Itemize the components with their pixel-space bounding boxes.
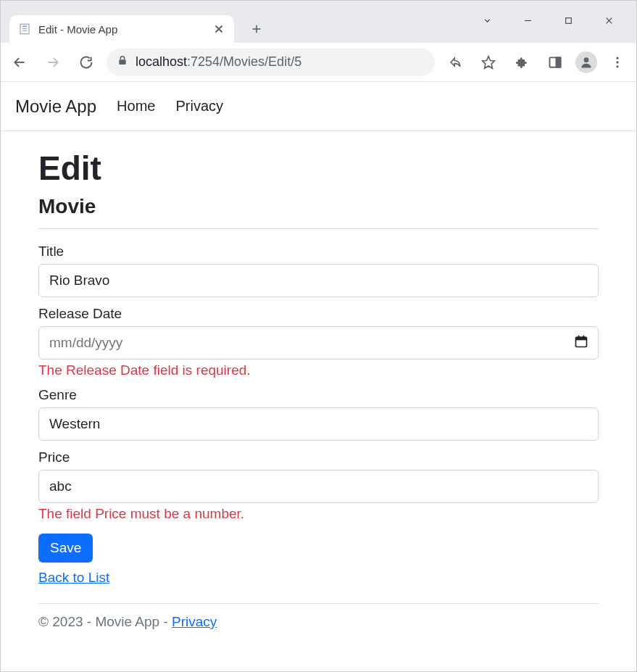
nav-back-button[interactable] — [7, 49, 33, 75]
page-subtitle: Movie — [38, 195, 599, 218]
title-label: Title — [38, 244, 599, 260]
browser-toolbar: localhost:7254/Movies/Edit/5 — [1, 43, 636, 82]
svg-rect-4 — [20, 24, 29, 34]
nav-link-privacy[interactable]: Privacy — [175, 98, 223, 115]
page-viewport: Movie App Home Privacy Edit Movie Title … — [1, 82, 636, 630]
svg-rect-14 — [119, 59, 125, 65]
divider — [38, 228, 599, 229]
calendar-icon[interactable] — [574, 334, 588, 352]
release-date-error: The Release Date field is required. — [38, 362, 599, 378]
genre-input[interactable] — [38, 407, 599, 441]
form-group-title: Title — [38, 244, 599, 297]
nav-reload-button[interactable] — [73, 49, 99, 75]
url-text: localhost:7254/Movies/Edit/5 — [136, 54, 301, 70]
browser-tab-active[interactable]: Edit - Movie App — [9, 15, 234, 43]
svg-marker-15 — [483, 56, 495, 68]
genre-label: Genre — [38, 387, 599, 403]
url-port: :7254 — [187, 54, 220, 69]
url-path: /Movies/Edit/5 — [220, 54, 301, 69]
main-container: Edit Movie Title Release Date The Releas… — [1, 131, 636, 586]
svg-point-21 — [616, 61, 618, 63]
title-input[interactable] — [38, 264, 599, 297]
nav-forward-button[interactable] — [40, 49, 66, 75]
release-date-input[interactable] — [38, 326, 599, 360]
form-group-release-date: Release Date The Release Date field is r… — [38, 306, 599, 378]
brand[interactable]: Movie App — [15, 96, 96, 117]
browser-chrome: Edit - Movie App localhost:7254/Movies/E… — [1, 1, 636, 82]
price-error: The field Price must be a number. — [38, 506, 599, 522]
nav-link-home[interactable]: Home — [117, 98, 155, 115]
price-input[interactable] — [38, 470, 599, 503]
profile-avatar[interactable] — [575, 51, 597, 73]
window-minimize-icon[interactable] — [517, 16, 538, 25]
url-host: localhost — [136, 54, 187, 69]
bookmark-star-icon[interactable] — [475, 49, 501, 75]
extensions-icon[interactable] — [509, 49, 535, 75]
page-title: Edit — [38, 149, 599, 188]
chevron-down-icon[interactable] — [477, 16, 497, 25]
release-date-label: Release Date — [38, 306, 599, 322]
site-navbar: Movie App Home Privacy — [1, 82, 636, 131]
save-button[interactable]: Save — [38, 534, 93, 563]
footer-text: © 2023 - Movie App - — [38, 614, 172, 629]
lock-icon — [117, 54, 128, 70]
svg-point-20 — [616, 57, 618, 59]
share-icon[interactable] — [442, 49, 468, 75]
svg-point-22 — [616, 65, 618, 67]
svg-rect-24 — [576, 337, 587, 340]
back-to-list-link[interactable]: Back to List — [38, 570, 599, 586]
form-group-genre: Genre — [38, 387, 599, 441]
tab-title: Edit - Movie App — [38, 23, 212, 36]
svg-rect-18 — [557, 57, 561, 67]
form-group-price: Price The field Price must be a number. — [38, 449, 599, 522]
new-tab-button[interactable] — [244, 17, 269, 41]
address-bar[interactable]: localhost:7254/Movies/Edit/5 — [107, 49, 435, 76]
tab-close-icon[interactable] — [212, 22, 225, 36]
svg-point-19 — [584, 57, 589, 62]
price-label: Price — [38, 449, 599, 465]
page-favicon-icon — [18, 22, 31, 36]
window-close-icon[interactable] — [599, 16, 619, 25]
svg-rect-1 — [565, 17, 571, 23]
kebab-menu-icon[interactable] — [604, 49, 630, 75]
window-maximize-icon[interactable] — [558, 16, 578, 25]
footer-privacy-link[interactable]: Privacy — [172, 614, 217, 629]
window-titlebar — [1, 1, 636, 11]
footer: © 2023 - Movie App - Privacy — [38, 603, 599, 630]
side-panel-icon[interactable] — [542, 49, 568, 75]
